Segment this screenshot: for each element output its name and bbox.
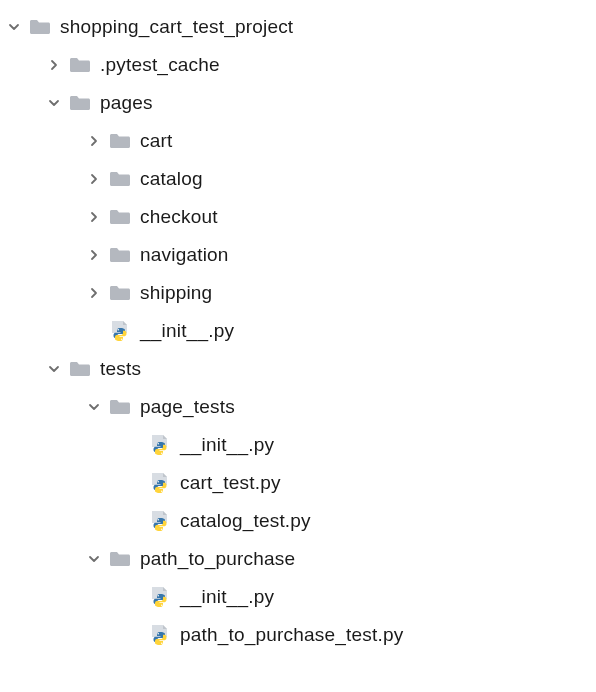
folder-label: page_tests — [140, 396, 235, 418]
folder-icon — [108, 129, 132, 153]
python-file-icon — [148, 623, 172, 647]
folder-icon — [108, 395, 132, 419]
tree-row-tests_page_tests_init[interactable]: __init__.py — [4, 426, 592, 464]
tree-row-tests_page_tests[interactable]: page_tests — [4, 388, 592, 426]
tree-row-pages_checkout[interactable]: checkout — [4, 198, 592, 236]
svg-point-11 — [161, 642, 163, 644]
svg-point-2 — [157, 443, 159, 445]
file-tree: shopping_cart_test_project.pytest_cachep… — [4, 8, 592, 654]
folder-label: catalog — [140, 168, 203, 190]
tree-row-pages_shipping[interactable]: shipping — [4, 274, 592, 312]
file-label: __init__.py — [140, 320, 234, 342]
folder-label: checkout — [140, 206, 218, 228]
chevron-down-icon[interactable] — [44, 93, 64, 113]
folder-label: shipping — [140, 282, 212, 304]
svg-point-6 — [157, 519, 159, 521]
python-file-icon — [148, 471, 172, 495]
chevron-right-icon[interactable] — [84, 131, 104, 151]
folder-icon — [108, 281, 132, 305]
folder-icon — [68, 91, 92, 115]
tree-row-tests_page_tests_cart[interactable]: cart_test.py — [4, 464, 592, 502]
folder-label: cart — [140, 130, 172, 152]
folder-icon — [28, 15, 52, 39]
python-file-icon — [148, 585, 172, 609]
folder-label: pages — [100, 92, 153, 114]
tree-row-tests_page_tests_catalog[interactable]: catalog_test.py — [4, 502, 592, 540]
tree-row-pages_catalog[interactable]: catalog — [4, 160, 592, 198]
chevron-right-icon[interactable] — [84, 169, 104, 189]
folder-label: .pytest_cache — [100, 54, 220, 76]
svg-point-0 — [117, 329, 119, 331]
svg-point-4 — [157, 481, 159, 483]
folder-icon — [68, 53, 92, 77]
file-label: path_to_purchase_test.py — [180, 624, 403, 646]
svg-point-10 — [157, 633, 159, 635]
svg-point-7 — [161, 528, 163, 530]
folder-label: navigation — [140, 244, 229, 266]
folder-icon — [68, 357, 92, 381]
chevron-down-icon[interactable] — [44, 359, 64, 379]
chevron-down-icon[interactable] — [84, 397, 104, 417]
tree-row-root[interactable]: shopping_cart_test_project — [4, 8, 592, 46]
tree-row-tests_ptp_test[interactable]: path_to_purchase_test.py — [4, 616, 592, 654]
chevron-down-icon[interactable] — [84, 549, 104, 569]
svg-point-3 — [161, 452, 163, 454]
tree-row-pages_navigation[interactable]: navigation — [4, 236, 592, 274]
chevron-right-icon[interactable] — [84, 283, 104, 303]
file-label: __init__.py — [180, 434, 274, 456]
python-file-icon — [148, 433, 172, 457]
file-label: catalog_test.py — [180, 510, 311, 532]
folder-label: path_to_purchase — [140, 548, 295, 570]
tree-row-pages_cart[interactable]: cart — [4, 122, 592, 160]
svg-point-5 — [161, 490, 163, 492]
folder-icon — [108, 205, 132, 229]
svg-point-1 — [121, 338, 123, 340]
chevron-right-icon[interactable] — [84, 245, 104, 265]
chevron-right-icon[interactable] — [44, 55, 64, 75]
svg-point-9 — [161, 604, 163, 606]
svg-point-8 — [157, 595, 159, 597]
tree-row-pages[interactable]: pages — [4, 84, 592, 122]
tree-row-tests_ptp[interactable]: path_to_purchase — [4, 540, 592, 578]
tree-row-tests[interactable]: tests — [4, 350, 592, 388]
python-file-icon — [108, 319, 132, 343]
chevron-right-icon[interactable] — [84, 207, 104, 227]
folder-label: tests — [100, 358, 141, 380]
python-file-icon — [148, 509, 172, 533]
folder-icon — [108, 167, 132, 191]
folder-label: shopping_cart_test_project — [60, 16, 293, 38]
file-label: cart_test.py — [180, 472, 281, 494]
folder-icon — [108, 547, 132, 571]
file-label: __init__.py — [180, 586, 274, 608]
tree-row-tests_ptp_init[interactable]: __init__.py — [4, 578, 592, 616]
tree-row-pytest_cache[interactable]: .pytest_cache — [4, 46, 592, 84]
folder-icon — [108, 243, 132, 267]
tree-row-pages_init[interactable]: __init__.py — [4, 312, 592, 350]
chevron-down-icon[interactable] — [4, 17, 24, 37]
